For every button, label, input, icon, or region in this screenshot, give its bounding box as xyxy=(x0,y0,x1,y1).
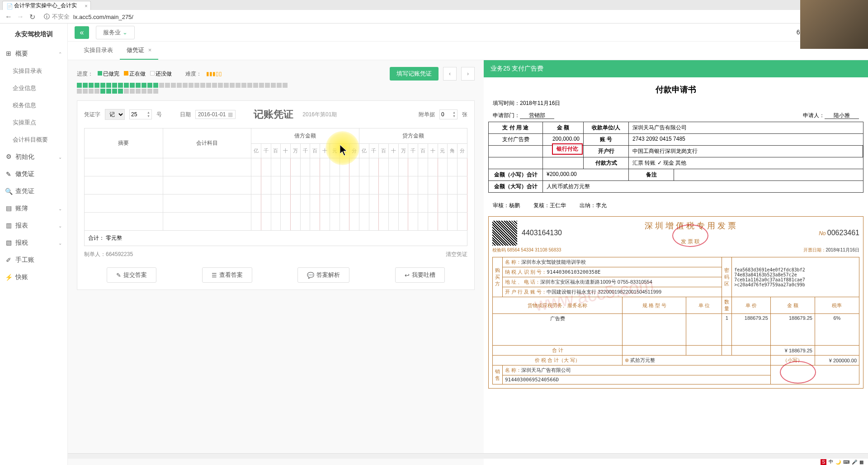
voucher-footer: 制单人：664592235 清空凭证 xyxy=(84,251,467,258)
submit-button[interactable]: ✎提交答案 xyxy=(107,267,156,283)
back-icon[interactable]: ← xyxy=(5,13,13,21)
feedback-button[interactable]: ↩我要吐槽 xyxy=(395,267,445,283)
voucher-number-input[interactable]: ▲▼ xyxy=(129,109,152,119)
chat-icon: 💬 xyxy=(307,272,314,279)
top-header: « 服务业 ⌄ 664592235 (SVIP会员) xyxy=(68,24,868,42)
sidebar: 永安驾校培训 ⊞概要 ⌃ 实操目录表 企业信息 税务信息 实操重点 会计科目概要… xyxy=(0,24,68,465)
sidebar-manual[interactable]: ✐手工账 xyxy=(0,251,67,269)
workspace: 进度： 已做完 正在做 还没做 难度： ▮▮▮▯▯ 填写记账凭证 ‹ › 凭证字… xyxy=(68,60,868,465)
up-icon[interactable]: ▲ xyxy=(146,111,151,114)
tray-icon[interactable]: ▦ xyxy=(859,460,863,465)
chevron-down-icon: ⌄ xyxy=(58,223,62,228)
sidebar-ledger[interactable]: ▤账簿 ⌄ xyxy=(0,200,67,217)
sidebar-filing[interactable]: ▧报税 ⌄ xyxy=(0,234,67,251)
horizontal-scrollbar[interactable] xyxy=(68,453,868,459)
url-text: lx.acc5.com/main_275/ xyxy=(73,14,133,20)
chevron-down-icon: ⌄ xyxy=(123,29,127,36)
grid-icon: ⊞ xyxy=(5,50,12,57)
summary-header: 摘要 xyxy=(85,128,163,158)
sidebar-make-voucher[interactable]: ✎做凭证 xyxy=(0,166,67,183)
upload-icon: ▧ xyxy=(5,239,12,246)
list-icon: ☰ xyxy=(212,272,217,279)
favicon-icon: 📄 xyxy=(6,3,12,9)
sidebar-check-voucher[interactable]: 🔍查凭证 xyxy=(0,183,67,200)
voucher-card: 凭证字 记 ▲▼ 号 日期 2016-01-01 ▦ 记账凭证 xyxy=(77,100,475,290)
legend-done-icon xyxy=(98,71,102,76)
down-icon[interactable]: ▼ xyxy=(146,114,151,118)
tray-icon[interactable]: 🎤 xyxy=(852,460,857,465)
flash-icon: ⚡ xyxy=(5,274,12,280)
next-button[interactable]: › xyxy=(461,67,475,81)
tray-icon[interactable]: 🌙 xyxy=(835,460,841,465)
company-stamp-icon xyxy=(780,361,816,384)
book-icon: ▤ xyxy=(5,205,12,211)
collapse-sidebar-button[interactable]: « xyxy=(75,26,89,39)
fill-voucher-button[interactable]: 填写记账凭证 xyxy=(390,67,439,81)
ime-icon[interactable]: S xyxy=(821,459,826,465)
sidebar-title: 永安驾校培训 xyxy=(0,24,67,45)
chevron-down-icon: ⌄ xyxy=(58,241,62,246)
sidebar-init[interactable]: ⚙初始化 ⌄ xyxy=(0,148,67,166)
sidebar-overview[interactable]: ⊞概要 ⌃ xyxy=(0,45,67,62)
sidebar-report[interactable]: ▥报表 ⌄ xyxy=(0,217,67,234)
tab-catalog[interactable]: 实操目录表 xyxy=(77,42,120,60)
close-icon[interactable]: × xyxy=(148,47,152,53)
edit-icon: ✎ xyxy=(116,272,121,279)
browser-tab[interactable]: 📄 会计学堂实操中心_会计实 × xyxy=(2,1,91,10)
content-tabs: 实操目录表 做凭证 × xyxy=(68,42,868,60)
sidebar-company[interactable]: 企业信息 xyxy=(0,80,67,97)
cross-icon: ⊗ xyxy=(625,357,629,363)
view-answer-button[interactable]: ☰查看答案 xyxy=(202,267,252,283)
clear-voucher-link[interactable]: 清空凭证 xyxy=(446,251,467,258)
legend-not-icon xyxy=(150,71,155,76)
pencil-icon: ✐ xyxy=(5,257,12,263)
tray-icon[interactable]: ⌨ xyxy=(843,460,849,465)
edit-icon: ✎ xyxy=(5,171,12,177)
url-bar[interactable]: ⓘ 不安全 lx.acc5.com/main_275/ xyxy=(40,11,863,23)
progress-row: 进度： 已做完 正在做 还没做 难度： ▮▮▮▯▯ 填写记账凭证 ‹ › xyxy=(77,67,475,81)
voucher-header: 凭证字 记 ▲▼ 号 日期 2016-01-01 ▦ 记账凭证 xyxy=(84,108,467,121)
up-icon[interactable]: ▲ xyxy=(451,111,457,114)
date-input[interactable]: 2016-01-01 ▦ xyxy=(195,110,236,119)
prev-button[interactable]: ‹ xyxy=(443,67,457,81)
voucher-title: 记账凭证 xyxy=(254,108,293,121)
tab-bar: 📄 会计学堂实操中心_会计实 × xyxy=(0,0,868,10)
sidebar-accounts[interactable]: 会计科目概要 xyxy=(0,131,67,148)
voucher-table[interactable]: 摘要 会计科目 借方金额 贷方金额 亿千百十万千百十元角分亿千百十万千百十元角分 xyxy=(84,128,467,231)
difficulty-stars: ▮▮▮▯▯ xyxy=(206,71,222,77)
chevron-down-icon: ⌄ xyxy=(58,155,62,160)
calendar-icon: ▦ xyxy=(228,111,233,118)
qr-code-icon xyxy=(492,221,517,246)
bank-paid-stamp: 银行付讫 xyxy=(552,143,583,155)
app-container: 永安驾校培训 ⊞概要 ⌃ 实操目录表 企业信息 税务信息 实操重点 会计科目概要… xyxy=(0,24,868,465)
document-header: 业务25 支付广告费 xyxy=(484,60,868,77)
legend-doing-icon xyxy=(124,71,128,76)
sidebar-keypoints[interactable]: 实操重点 xyxy=(0,114,67,131)
analyze-button[interactable]: 💬答案解析 xyxy=(297,267,349,283)
progress-grid[interactable] xyxy=(77,83,289,94)
close-icon[interactable]: × xyxy=(85,3,87,9)
chevron-down-icon: ⌄ xyxy=(58,206,62,211)
attachment-count-input[interactable]: ▲▼ xyxy=(439,109,458,119)
sidebar-quick[interactable]: ⚡快账 xyxy=(0,269,67,286)
sidebar-tax[interactable]: 税务信息 xyxy=(0,97,67,114)
action-buttons: ✎提交答案 ☰查看答案 💬答案解析 ↩我要吐槽 xyxy=(84,267,467,283)
voucher-type-select[interactable]: 记 xyxy=(105,109,125,120)
document-body: 付款申请书 填写时间：2018年11月16日 申请部门：营销部 申请人：陆小雅 … xyxy=(484,77,868,393)
forward-icon[interactable]: → xyxy=(16,13,24,21)
form-title: 付款申请书 xyxy=(488,82,863,97)
service-dropdown[interactable]: 服务业 ⌄ xyxy=(96,26,135,39)
vat-invoice: www.acc5.com 4403164130 深 圳 增 值 税 专 用 发 … xyxy=(488,216,863,389)
system-tray: S 中 🌙 ⌨ 🎤 ▦ xyxy=(816,459,868,465)
browser-chrome: 📄 会计学堂实操中心_会计实 × ← → ↻ ⓘ 不安全 lx.acc5.com… xyxy=(0,0,868,24)
voucher-area: 进度： 已做完 正在做 还没做 难度： ▮▮▮▯▯ 填写记账凭证 ‹ › 凭证字… xyxy=(68,60,484,465)
webcam-overlay xyxy=(800,0,868,49)
reload-icon[interactable]: ↻ xyxy=(28,13,36,21)
tab-voucher[interactable]: 做凭证 × xyxy=(120,42,158,60)
gear-icon: ⚙ xyxy=(5,153,12,160)
tray-icon[interactable]: 中 xyxy=(829,459,833,465)
down-icon[interactable]: ▼ xyxy=(451,114,457,118)
security-warning: 不安全 xyxy=(52,13,70,21)
sidebar-catalog[interactable]: 实操目录表 xyxy=(0,62,67,80)
debit-header: 借方金额 xyxy=(251,128,359,144)
